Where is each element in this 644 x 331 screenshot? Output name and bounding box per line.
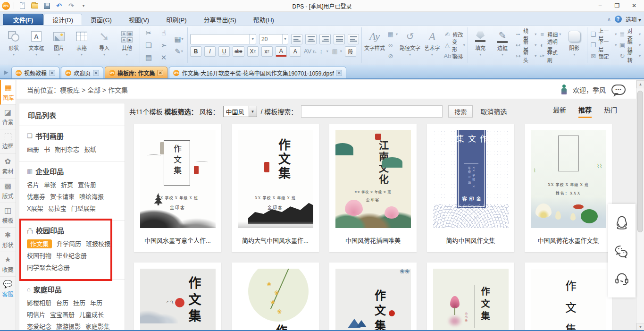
template-card[interactable]: 作文集 XX 学校 X 年级 X 班 金印客 简约中国风作文集 [427,124,514,252]
rail-item-shape[interactable]: ✱ 形状 [0,228,16,252]
bold-button[interactable]: B [190,46,201,57]
template-thumbnail[interactable]: ❀ ❀ ❀ ❀ 作文 [238,269,313,331]
collapse-ribbon-icon[interactable]: ∧ [607,17,611,22]
category-link[interactable]: 挂历 [73,299,85,306]
paragraph-button[interactable]: 段 [345,46,356,57]
undo-button[interactable]: ↶ [55,2,63,9]
font-family-combobox[interactable]: ▾ [190,34,256,44]
hand-tool-button[interactable]: ☝ [158,28,170,38]
menu-tab-print[interactable]: 印刷(P) [158,14,195,25]
vertical-scrollbar[interactable]: ▲ ▼ [636,80,644,331]
customer-service-headset-icon[interactable] [613,269,631,287]
category-link[interactable]: 宝宝画册 [50,311,75,318]
columns-button[interactable]: ▥▾ [331,47,342,56]
close-tab-icon[interactable]: ✕ [157,70,163,76]
link-button[interactable]: ∞ [387,41,398,50]
message-bubble-icon[interactable]: ••• [611,85,626,95]
subscript-button[interactable]: X2 [247,46,259,57]
template-card[interactable]: ⌇⌇⌇ XX 学校 X 年级 X 班 姓名：XXX 中国风荷花水墨作文集 [525,124,612,252]
copy-button[interactable]: ❏ [142,40,155,51]
category-link[interactable]: 贺卡请柬 [50,193,75,200]
menu-tab-page[interactable]: 页面(G) [82,14,120,25]
insert-shape-button[interactable]: 形状▾ [3,27,24,63]
cut-button[interactable]: ✂ [142,28,155,38]
menu-tab-design[interactable]: 设计(D) [43,14,82,25]
superscript-button[interactable]: x2 [261,46,273,57]
panel-expander-icon[interactable]: ▶ [1,67,11,77]
category-link[interactable]: 单张 [44,181,56,188]
menu-tab-file[interactable]: 文件(F) [3,14,43,25]
category-link[interactable]: 儿童成长 [79,311,104,318]
category-link[interactable]: X展架 [27,205,43,212]
text-direction-button[interactable] [348,34,359,44]
template-card[interactable]: 作文集 ⌒⌇ [134,263,221,331]
align-left-button[interactable] [291,34,302,44]
wechat-icon[interactable] [613,242,631,260]
qq-icon[interactable] [613,214,631,232]
font-size-input[interactable] [259,35,282,43]
template-thumbnail[interactable]: 作文集 XX 学校 X 年级 X 班 姓名：XXX [531,269,606,331]
category-link[interactable]: 作文集 [27,239,52,248]
close-tab-icon[interactable]: ✕ [336,70,342,76]
text-image-fill-button[interactable]: ▦▾ [387,30,398,39]
insert-table-button[interactable]: 表格▾ [71,27,92,63]
align-justify-button[interactable] [334,34,345,44]
category-link[interactable]: 年历 [90,299,102,306]
category-link[interactable]: 优惠券 [27,193,45,200]
text-style-button[interactable]: Ay 文字样式 [364,27,385,63]
options-button[interactable]: 选项 ▾ [626,15,641,23]
style-brush-button[interactable]: ✑样式刷 [538,51,562,61]
fill-button[interactable]: 填充▾ [470,27,491,63]
cancel-filter-button[interactable]: 取消筛选 [480,107,507,116]
rail-item-customer-service[interactable]: 💬 客服 [0,277,16,301]
doc-tab-template-library[interactable]: DPS 模板库: 作文集 ✕ [105,67,167,78]
template-card[interactable]: 作文集 小小墨 [427,263,514,331]
quick-access-customize-button[interactable]: ▾ [79,2,88,9]
category-link[interactable]: 台历 [56,299,68,306]
path-text-button[interactable]: ↺ 路径文字▾ [400,27,420,63]
new-file-button[interactable] [18,2,26,9]
template-thumbnail[interactable]: ❀❀ 作文集 [335,269,411,331]
rail-item-template[interactable]: ◫ 模板 [0,203,16,228]
help-icon[interactable]: ? [615,16,622,23]
category-link[interactable]: 旅游摄影 [56,323,81,330]
template-card[interactable]: ❀ ❀ ❀ ❀ 作文 [232,263,319,331]
category-link[interactable]: 同学聚会纪念册 [27,264,70,271]
close-tab-icon[interactable]: ✕ [49,70,55,76]
category-link[interactable]: 易拉宝 [48,205,67,212]
sort-tab-newest[interactable]: 最新 [553,105,566,118]
template-thumbnail[interactable]: 作文集 XX 学校 X 年级 X 班 金印客 [140,130,216,228]
category-link[interactable]: 校园刊物 [27,252,51,259]
close-button[interactable]: ✕ [626,1,642,10]
category-link[interactable]: 影楼相册 [27,299,51,306]
template-card[interactable]: 作文集 XX 学校 X 年级 X 班 金印客 中国风水墨写意个人作... [134,124,221,252]
align-center-button[interactable] [305,34,317,44]
font-size-dropdown-icon[interactable]: ▾ [282,34,288,44]
edit-points-button[interactable]: ✎▾ [173,46,185,57]
select-dropdown-icon[interactable]: ▼ [249,106,257,117]
menu-tab-help[interactable]: 帮助(H) [245,14,283,25]
sort-tab-recommended[interactable]: 推荐 [578,105,592,118]
category-link[interactable]: 明信片 [27,311,45,318]
insert-picture-button[interactable]: 图片▾ [49,27,69,63]
template-thumbnail[interactable]: 作文集 小小墨 [433,269,509,331]
lock-button[interactable]: ⊠锁定 [590,51,617,61]
category-link[interactable]: 画册 [27,146,39,153]
highlight-color-button[interactable]: A [290,46,301,57]
template-thumbnail[interactable]: ⌇⌇⌇ XX 学校 X 年级 X 班 姓名：XXX [531,130,606,228]
redo-button[interactable]: ↷ [67,2,75,9]
template-card[interactable]: 作文集 XX 学校 X 年级 X 班 金印客 简约大气中国风水墨作... [232,124,319,252]
category-link[interactable]: 毕业纪念册 [56,252,87,259]
menu-tab-view[interactable]: 视图(V) [120,14,158,25]
font-family-input[interactable] [191,35,249,43]
category-link[interactable]: 期刊杂志 [55,146,79,153]
template-card[interactable]: 江南文化 XX 学校 X 年级 X 班 金印客 中国风荷花插画唯美 [329,124,417,252]
scrollbar-thumb[interactable] [637,91,643,232]
doc-tab-document[interactable]: DPS 作文集-大16开软皮平装-花鸟中国风作文集190701-1059.dps… [169,67,346,78]
replace-image-button[interactable]: ▦▾ [173,34,185,44]
category-link[interactable]: 书 [44,146,50,153]
arrow-head-button[interactable]: ↣箭头▾ [514,51,536,61]
scroll-up-icon[interactable]: ▲ [636,80,644,88]
category-link[interactable]: 报纸 [84,146,96,153]
template-thumbnail[interactable]: 作文集 ⌒⌇ [140,269,216,331]
